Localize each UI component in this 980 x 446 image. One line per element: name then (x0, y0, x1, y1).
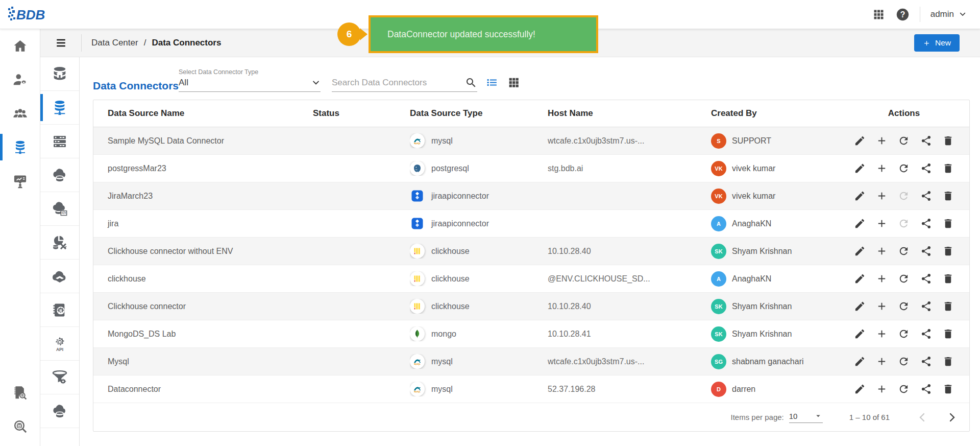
sidebar-item-data-pipeline-filter[interactable] (40, 361, 79, 394)
delete-icon[interactable] (942, 356, 954, 367)
created-by: VK vivek kumar (711, 161, 839, 176)
add-icon[interactable] (876, 273, 888, 285)
share-icon[interactable] (920, 218, 932, 229)
sidebar-item-api-data-services[interactable] (40, 327, 79, 361)
delete-icon[interactable] (942, 135, 954, 147)
add-icon[interactable] (876, 162, 888, 174)
sidebar-item-data-connectors[interactable] (40, 91, 79, 125)
sidebar-item-data-sync[interactable] (40, 293, 79, 327)
items-per-page-select[interactable]: 10 (789, 411, 823, 423)
sidebar-item-data-store-metadata[interactable] (40, 192, 79, 226)
refresh-icon[interactable] (898, 328, 910, 340)
sidebar-item-data-lake[interactable] (40, 260, 79, 293)
add-icon[interactable] (876, 245, 888, 257)
sidebar-item-home[interactable] (0, 29, 40, 63)
sidebar-item-user-groups[interactable] (0, 97, 40, 130)
refresh-icon[interactable] (898, 190, 910, 202)
sidebar-item-data-stores[interactable] (40, 158, 79, 192)
delete-icon[interactable] (942, 300, 954, 312)
next-page-icon[interactable] (946, 411, 958, 424)
edit-icon[interactable] (854, 162, 866, 174)
edit-icon[interactable] (854, 218, 866, 229)
mysql-icon (410, 382, 425, 396)
add-icon[interactable] (876, 300, 888, 312)
share-icon[interactable] (920, 328, 932, 340)
share-icon[interactable] (920, 356, 932, 367)
bdb-logo[interactable]: BDB (7, 4, 54, 25)
delete-icon[interactable] (942, 245, 954, 257)
add-icon[interactable] (876, 383, 888, 395)
column-header-created-by: Created By (711, 108, 839, 119)
refresh-icon[interactable] (898, 273, 910, 285)
sidebar-item-user-management[interactable] (0, 63, 40, 97)
edit-icon[interactable] (854, 383, 866, 395)
previous-page-icon[interactable] (916, 411, 928, 424)
help-icon[interactable] (896, 8, 910, 21)
list-view-icon[interactable] (485, 76, 498, 89)
add-icon[interactable] (876, 328, 888, 340)
edit-icon[interactable] (854, 190, 866, 202)
share-icon[interactable] (920, 300, 932, 312)
refresh-icon[interactable] (898, 245, 910, 257)
delete-icon[interactable] (942, 328, 954, 340)
postgresql-icon (410, 161, 425, 176)
sidebar-item-data-warehouse[interactable] (40, 394, 79, 428)
breadcrumb-section[interactable]: Data Center (91, 38, 138, 48)
edit-icon[interactable] (854, 328, 866, 340)
sidebar-item-audit-trail[interactable] (0, 375, 40, 409)
refresh-icon[interactable] (898, 356, 910, 367)
avatar: SK (711, 326, 726, 342)
edit-icon[interactable] (854, 245, 866, 257)
grid-view-icon[interactable] (507, 76, 520, 89)
created-by: A AnaghaKN (711, 271, 839, 287)
share-icon[interactable] (920, 162, 932, 174)
creator-name: AnaghaKN (732, 274, 771, 284)
chevron-down-icon (311, 78, 321, 87)
data-source-type: clickhouse (410, 244, 548, 259)
add-icon[interactable] (876, 190, 888, 202)
table-row: jira jiraapiconnector A AnaghaKN (93, 210, 969, 238)
edit-icon[interactable] (854, 300, 866, 312)
hamburger-menu-icon[interactable] (54, 37, 68, 49)
main-panel: Data Connectors Select Data Connector Ty… (80, 57, 980, 446)
sidebar-item-data-preparation[interactable] (40, 226, 79, 260)
share-icon[interactable] (920, 383, 932, 395)
created-by: A AnaghaKN (711, 216, 839, 231)
connector-type-filter[interactable]: Select Data Connector Type All (179, 68, 321, 92)
new-button[interactable]: New (914, 34, 960, 52)
delete-icon[interactable] (942, 218, 954, 229)
delete-icon[interactable] (942, 190, 954, 202)
add-icon[interactable] (876, 356, 888, 367)
edit-icon[interactable] (854, 356, 866, 367)
edit-icon[interactable] (854, 135, 866, 147)
search-input[interactable] (332, 78, 462, 88)
share-icon[interactable] (920, 273, 932, 285)
sidebar-item-kpi-alerts[interactable] (0, 164, 40, 198)
refresh-icon[interactable] (898, 383, 910, 395)
sidebar-item-data-search[interactable] (0, 409, 40, 443)
add-icon[interactable] (876, 135, 888, 147)
refresh-icon[interactable] (898, 300, 910, 312)
sidebar-item-data-sets[interactable] (40, 125, 79, 158)
share-icon[interactable] (920, 190, 932, 202)
refresh-icon[interactable] (898, 135, 910, 147)
sidebar-item-data-center[interactable] (0, 130, 40, 164)
user-menu[interactable]: admin (930, 9, 967, 19)
add-icon[interactable] (876, 218, 888, 229)
creator-name: darren (732, 385, 755, 394)
refresh-icon[interactable] (898, 162, 910, 174)
data-source-type: mysql (410, 133, 548, 148)
delete-icon[interactable] (942, 383, 954, 395)
search-icon[interactable] (465, 77, 477, 89)
sidebar-item-data-center-home[interactable] (40, 57, 79, 91)
mysql-icon (410, 354, 425, 369)
app-body: Data Center / Data Connectors New (0, 29, 980, 446)
delete-icon[interactable] (942, 273, 954, 285)
row-actions (839, 328, 969, 340)
share-icon[interactable] (920, 245, 932, 257)
apps-grid-icon[interactable] (872, 8, 886, 21)
refresh-icon[interactable] (898, 218, 910, 229)
edit-icon[interactable] (854, 273, 866, 285)
delete-icon[interactable] (942, 162, 954, 174)
share-icon[interactable] (920, 135, 932, 147)
